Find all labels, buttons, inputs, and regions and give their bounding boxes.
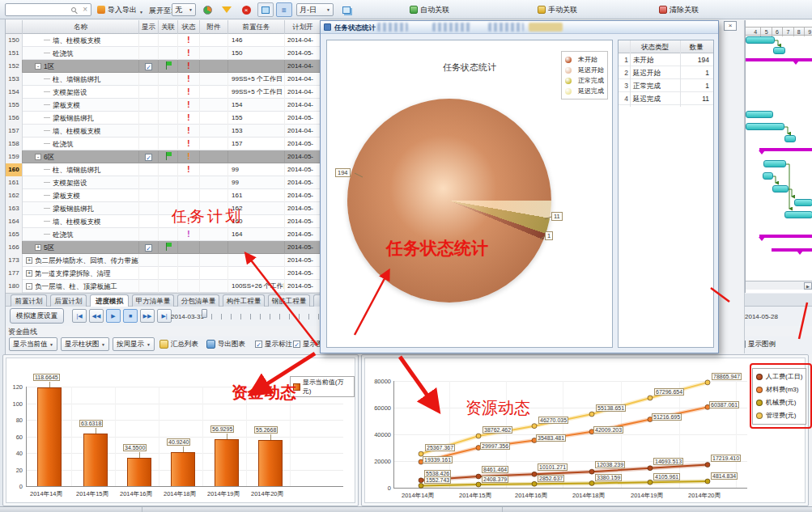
sim-slider-thumb[interactable] (202, 309, 207, 318)
step-first-button[interactable]: |◀ (72, 309, 87, 323)
cancel-icon[interactable]: × (238, 2, 254, 17)
show-cell[interactable] (139, 125, 159, 138)
ghost-tab[interactable] (377, 23, 408, 32)
filter-icon[interactable] (219, 2, 235, 17)
search-input[interactable]: × (5, 3, 91, 16)
table-row[interactable]: 166+5区✓2014-05- (6, 241, 321, 254)
tab-进度模拟[interactable]: 进度模拟 (90, 294, 129, 307)
tab-分包清单量[interactable]: 分包清单量 (177, 294, 219, 307)
fund-bar[interactable] (127, 458, 151, 486)
tab-构件工程量[interactable]: 构件工程量 (223, 294, 265, 307)
show-cell[interactable] (139, 176, 159, 189)
chart-mode-select[interactable]: 显示柱状图▼ (61, 337, 109, 351)
table-row[interactable]: 160柱、墙钢筋绑扎!992014-05- (6, 163, 321, 176)
more-dropdown-icon[interactable]: ▼ (139, 10, 143, 15)
link-cell[interactable] (159, 99, 178, 112)
table-row[interactable]: 165砼浇筑!1642014-05- (6, 228, 321, 241)
gantt-hscrollbar[interactable]: ▶ (746, 281, 812, 290)
show-cell[interactable] (139, 47, 159, 60)
column-header-status[interactable]: 状态 (178, 20, 200, 34)
table-row[interactable]: 155梁板支模!1542014-04- (6, 99, 321, 112)
show-labels-checkbox[interactable]: ✓ (255, 341, 262, 348)
link-cell[interactable] (159, 267, 178, 280)
fund-bar[interactable] (258, 440, 283, 486)
link-cell[interactable] (159, 138, 178, 150)
forward-button[interactable]: ▶▶ (140, 309, 155, 323)
status-table-row[interactable]: 1未开始194 (619, 53, 713, 66)
table-row[interactable]: 156梁板钢筋绑扎!1552014-05- (6, 112, 321, 125)
column-header-show[interactable]: 显示 (139, 20, 159, 34)
fund-bar[interactable] (215, 439, 239, 486)
ghost-tab[interactable] (488, 23, 524, 32)
link-cell[interactable] (159, 202, 178, 215)
summary-list-label[interactable]: 汇总列表 (171, 340, 198, 349)
step-last-button[interactable]: ▶| (157, 309, 172, 323)
table-row[interactable]: 158砼浇筑!1572014-05- (6, 138, 321, 150)
show-cell[interactable] (139, 163, 159, 176)
table-row[interactable]: 173+负二层外墙防水、回填、传力带施工2014-05- (6, 254, 321, 267)
tab-甲方清单量[interactable]: 甲方清单量 (132, 294, 174, 307)
tab-钢筋工程量[interactable]: 钢筋工程量 (268, 294, 310, 307)
link-cell[interactable] (159, 150, 178, 163)
manual-link-button[interactable]: 手动关联 (534, 2, 580, 17)
link-cell[interactable] (159, 280, 178, 293)
export-chart-icon[interactable] (206, 340, 215, 349)
dialog-titlebar[interactable]: 任务状态统计 (321, 21, 718, 34)
show-checkbox[interactable]: ✓ (145, 154, 152, 161)
ghost-tab-active[interactable] (529, 23, 563, 32)
show-checkbox[interactable]: ✓ (145, 244, 152, 252)
show-cell[interactable] (139, 228, 159, 241)
fund-bar[interactable] (83, 434, 108, 486)
auto-link-button[interactable]: 自动关联 (406, 2, 453, 17)
link-cell[interactable] (159, 254, 178, 267)
tab-后置计划[interactable]: 后置计划 (50, 294, 87, 307)
link-cell[interactable] (159, 47, 178, 60)
collapse-icon[interactable]: - (35, 63, 41, 70)
gantt-summary-bar[interactable] (746, 58, 812, 61)
link-cell[interactable] (159, 34, 178, 47)
gantt-task-bar[interactable] (746, 111, 773, 118)
show-cell[interactable] (139, 267, 159, 280)
show-cell[interactable] (139, 99, 159, 112)
show-cell[interactable]: ✓ (139, 241, 159, 254)
collapse-icon[interactable]: - (35, 154, 41, 160)
gantt-summary-bar[interactable] (759, 235, 812, 238)
link-cell[interactable] (159, 241, 178, 254)
table-row[interactable]: 180-负一层墙、柱、顶梁板施工100SS+26 个工作日2014-05- (6, 280, 321, 293)
cascade-windows-icon[interactable] (257, 2, 274, 17)
gantt-task-bar[interactable] (784, 135, 796, 142)
show-cell[interactable] (139, 202, 159, 215)
fund-bar[interactable] (171, 452, 195, 486)
link-cell[interactable] (159, 189, 178, 202)
column-header-start[interactable]: 计划开 (285, 20, 321, 34)
column-header-link[interactable]: 关联 (159, 20, 178, 34)
column-header-attach[interactable]: 附件 (200, 20, 228, 34)
scroll-right-icon[interactable]: ▶ (804, 282, 812, 290)
table-row[interactable]: 163梁板钢筋绑扎1622014-05- (6, 202, 321, 215)
link-cell[interactable] (159, 86, 178, 99)
gantt-task-bar[interactable] (746, 36, 775, 44)
table-row[interactable]: 151砼浇筑!1502014-05- (6, 47, 321, 60)
rewind-button[interactable]: ◀◀ (89, 309, 104, 323)
show-cell[interactable] (139, 254, 159, 267)
show-cell[interactable] (139, 112, 159, 125)
table-row[interactable]: 164墙、柱模板支模!1602014-05- (6, 215, 321, 228)
table-row[interactable]: 159-6区✓!2014-05- (6, 150, 321, 163)
show-cell[interactable] (139, 215, 159, 228)
link-cell[interactable] (159, 163, 178, 176)
link-cell[interactable] (159, 112, 178, 125)
fund-bar[interactable] (37, 387, 62, 486)
link-cell[interactable] (159, 215, 178, 228)
show-cell[interactable] (139, 73, 159, 86)
collapse-icon[interactable]: - (26, 283, 32, 290)
expand-icon[interactable]: + (35, 244, 41, 251)
show-cell[interactable] (139, 280, 159, 293)
ghost-tab[interactable] (432, 23, 471, 32)
date-format-select[interactable]: 月-日▼ (296, 3, 334, 16)
value-mode-select[interactable]: 显示当前值▼ (9, 337, 57, 351)
task-list-icon[interactable]: ≡ (276, 2, 292, 17)
show-legend-checkbox[interactable]: ✓ (293, 341, 300, 348)
gantt-task-bar[interactable] (784, 211, 812, 218)
gantt-task-bar[interactable] (746, 123, 784, 130)
status-table-row[interactable]: 2延迟开始1 (619, 66, 713, 79)
